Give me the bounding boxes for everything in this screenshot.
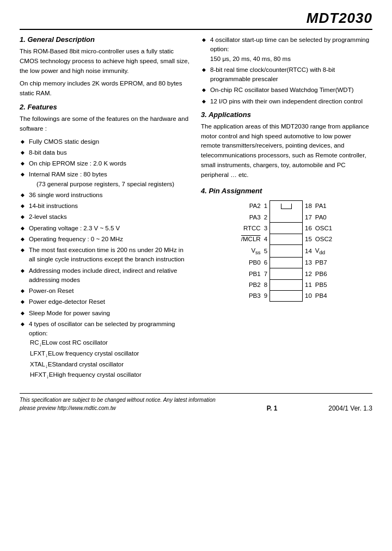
pin-right-num: 10 [303, 290, 313, 301]
table-row: PB3 9 10 PB4 [239, 290, 334, 301]
pin-left-num: 3 [263, 223, 270, 234]
pin-left-num: 1 [263, 200, 270, 211]
pin-left-name: PB1 [239, 268, 263, 279]
pin-left-num: 4 [263, 234, 270, 244]
bullet-icon: ◆ [21, 203, 26, 210]
bullet-icon: ◆ [202, 98, 207, 106]
pin-left-num: 9 [263, 290, 270, 301]
footer-page: P. 1 [267, 405, 278, 412]
pin-left-name: PA2 [239, 200, 263, 211]
list-item: ◆ 4 oscillator start-up time can be sele… [202, 35, 372, 64]
table-row: /MCLR 4 15 OSC2 [239, 234, 334, 244]
bullet-icon: ◆ [202, 87, 207, 94]
pin-left-num: 2 [263, 212, 270, 223]
left-column: 1. General Description This ROM-Based 8b… [20, 35, 191, 383]
table-row: PB1 7 12 PB6 [239, 268, 334, 279]
pin-right-num: 17 [303, 212, 313, 223]
pin-left-num: 6 [263, 257, 270, 268]
bullet-icon: ◆ [21, 287, 26, 295]
pin-left-name: RTCC [239, 223, 263, 234]
right-column: ◆ 4 oscillator start-up time can be sele… [201, 35, 372, 383]
ic-notch [281, 204, 292, 209]
pin-left-num: 7 [263, 268, 270, 279]
pin-assignment-section: 4. Pin Assignment PA2 1 18 PA1 [201, 187, 372, 302]
document-title: MDT2030 [307, 10, 372, 27]
list-item: ◆14-bit instructions [21, 201, 191, 211]
pin-diagram: PA2 1 18 PA1 PA3 2 17 [201, 200, 372, 302]
footer: This specification are subject to be cha… [20, 393, 372, 412]
bullet-icon: ◆ [202, 36, 207, 44]
table-row: Vss 5 14 Vdd [239, 245, 334, 258]
section3-body: The application areas of this MDT2030 ra… [201, 122, 372, 180]
pin-right-name: PB4 [313, 290, 334, 301]
list-item: ◆Fully CMOS static design [21, 137, 191, 146]
list-item: ◆2-level stacks [21, 212, 191, 222]
pin-table: PA2 1 18 PA1 PA3 2 17 [239, 200, 334, 302]
pin-right-num: 16 [303, 223, 313, 234]
bullet-icon: ◆ [21, 149, 26, 157]
list-item: ◆The most fast execution time is 200 ns … [21, 246, 191, 265]
pin-left-num: 8 [263, 279, 270, 290]
pin-right-name: PB5 [313, 279, 334, 290]
section1-body1: This ROM-Based 8bit micro-controller use… [20, 47, 191, 76]
list-item: ◆ 12 I/O pins with their own independent… [202, 97, 372, 106]
section3-title: 3. Applications [201, 111, 372, 119]
pin-center [270, 268, 303, 279]
pin-center [270, 257, 303, 268]
bullet-icon: ◆ [21, 225, 26, 232]
pin-center [270, 234, 303, 244]
pin-left-num: 5 [263, 245, 270, 258]
pin-left-name: PB3 [239, 290, 263, 301]
pin-right-name: Vdd [313, 245, 334, 258]
bullet-icon: ◆ [21, 171, 26, 179]
list-item: ◆Power-on Reset [21, 286, 191, 296]
bullet-icon: ◆ [21, 310, 26, 317]
pin-right-num: 12 [303, 268, 313, 279]
bullet-icon: ◆ [202, 66, 207, 74]
list-item: ◆Sleep Mode for power saving [21, 309, 191, 318]
pin-left-name: Vss [239, 245, 263, 258]
pin-right-name: OSC2 [313, 234, 334, 244]
pin-center [270, 200, 303, 211]
bullet-icon: ◆ [21, 138, 26, 146]
bullet-icon: ◆ [21, 213, 26, 221]
list-item: ◆Addressing modes include direct, indire… [21, 266, 191, 285]
bullet-icon: ◆ [21, 192, 26, 199]
table-row: PB2 8 11 PB5 [239, 279, 334, 290]
footer-note: This specification are subject to be cha… [20, 396, 216, 412]
table-row: RTCC 3 16 OSC1 [239, 223, 334, 234]
main-content: 1. General Description This ROM-Based 8b… [20, 35, 372, 383]
pin-left-name: PB2 [239, 279, 263, 290]
table-row: PA2 1 18 PA1 [239, 200, 334, 211]
bullet-icon: ◆ [21, 247, 26, 254]
header: MDT2030 [20, 10, 372, 30]
pin-center [270, 290, 303, 301]
section4-title: 4. Pin Assignment [201, 187, 372, 195]
pin-right-name: PB7 [313, 257, 334, 268]
list-item: ◆Operating voltage : 2.3 V ~ 5.5 V [21, 224, 191, 233]
bullet-icon: ◆ [21, 160, 26, 168]
section2-title: 2. Features [20, 103, 191, 111]
pin-right-name: PA0 [313, 212, 334, 223]
section1-title: 1. General Description [20, 35, 191, 44]
pin-right-name: OSC1 [313, 223, 334, 234]
right-features-list: ◆ 4 oscillator start-up time can be sele… [201, 35, 372, 106]
pin-center [270, 245, 303, 258]
bullet-icon: ◆ [21, 321, 26, 328]
features-list: ◆Fully CMOS static design ◆8-bit data bu… [20, 137, 191, 381]
list-item: ◆ 8-bit real time clock/counter(RTCC) wi… [202, 65, 372, 84]
pin-right-num: 18 [303, 200, 313, 211]
bullet-icon: ◆ [21, 236, 26, 243]
list-item: ◆Operating frequency : 0 ~ 20 MHz [21, 235, 191, 244]
table-row: PB0 6 13 PB7 [239, 257, 334, 268]
footer-date-version: 2004/1 Ver. 1.3 [328, 405, 372, 412]
pin-left-name: PB0 [239, 257, 263, 268]
pin-right-num: 13 [303, 257, 313, 268]
bullet-icon: ◆ [21, 267, 26, 275]
bullet-icon: ◆ [21, 298, 26, 306]
pin-right-num: 11 [303, 279, 313, 290]
table-row: PA3 2 17 PA0 [239, 212, 334, 223]
pin-left-name: /MCLR [239, 234, 263, 244]
pin-right-name: PA1 [313, 200, 334, 211]
footer-note-line2: please preview http://www.mdtic.com.tw [20, 405, 116, 411]
